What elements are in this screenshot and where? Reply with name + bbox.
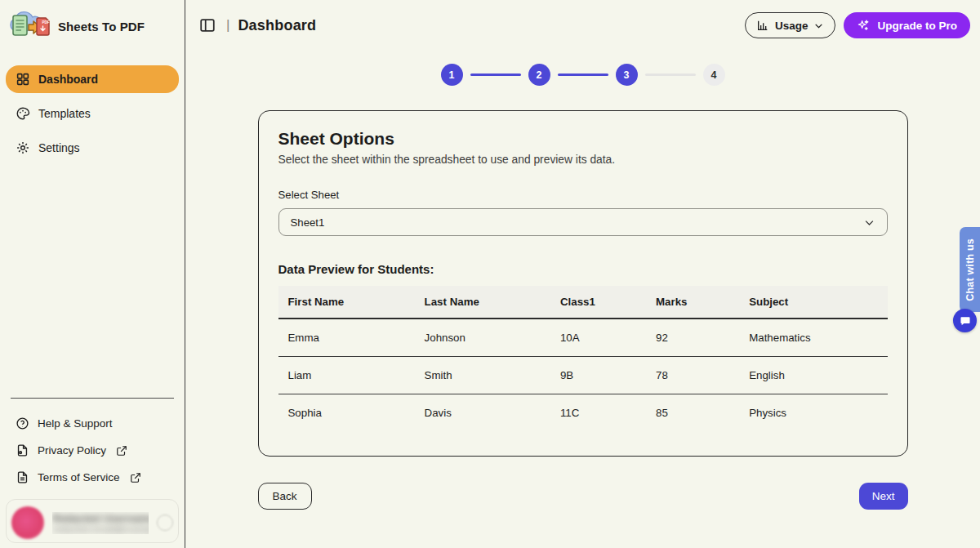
table-row: Sophia Davis 11C 85 Physics <box>278 394 888 432</box>
terms-of-service-label: Terms of Service <box>38 471 120 483</box>
sidebar-item-dashboard[interactable]: Dashboard <box>6 65 179 93</box>
column-header: Subject <box>739 286 887 319</box>
table-cell: 10A <box>550 319 646 357</box>
step-connector <box>645 74 696 77</box>
usage-button[interactable]: Usage <box>745 12 836 38</box>
data-preview-table: First Name Last Name Class1 Marks Subjec… <box>278 286 888 431</box>
sparkles-icon <box>857 19 870 32</box>
sidebar-footer: Help & Support Privacy Policy Terms of S… <box>6 398 179 543</box>
sidebar-item-settings[interactable]: Settings <box>6 134 179 162</box>
table-cell: 9B <box>550 357 646 394</box>
column-header: Marks <box>646 286 739 319</box>
sidebar-item-label: Dashboard <box>38 73 98 86</box>
user-email-blurred: redacted.email@example.com <box>52 524 149 534</box>
main-header: | Dashboard Usage Upgrade to Pro <box>185 0 980 39</box>
shield-doc-icon <box>16 443 29 457</box>
terms-of-service-link[interactable]: Terms of Service <box>6 464 179 491</box>
privacy-policy-link[interactable]: Privacy Policy <box>6 437 179 464</box>
user-profile[interactable]: Redacted Username redacted.email@example… <box>6 499 179 543</box>
upgrade-to-pro-button[interactable]: Upgrade to Pro <box>844 12 970 38</box>
avatar <box>11 506 44 539</box>
grid-icon <box>16 72 30 87</box>
content-column: 1 2 3 4 Sheet Options Select the sheet w… <box>258 39 908 529</box>
step-connector <box>558 74 608 77</box>
chat-bubble-icon <box>960 315 971 327</box>
table-cell: English <box>739 357 887 394</box>
main-area: | Dashboard Usage Upgrade to Pro 1 <box>185 0 980 548</box>
next-button[interactable]: Next <box>859 483 908 510</box>
upgrade-label: Upgrade to Pro <box>877 20 957 32</box>
table-cell: Physics <box>739 394 887 432</box>
app-logo-row[interactable]: PDF Sheets To PDF <box>6 8 179 42</box>
stepper: 1 2 3 4 <box>258 64 908 86</box>
app-logo-icon: PDF <box>9 10 51 42</box>
help-circle-icon <box>16 417 29 430</box>
table-row: Emma Johnson 10A 92 Mathematics <box>278 319 888 357</box>
palette-icon <box>16 106 30 121</box>
sheet-select-value: Sheet1 <box>291 216 325 229</box>
sidebar-item-templates[interactable]: Templates <box>6 100 179 127</box>
sidebar: PDF Sheets To PDF Dashboard Templates Se… <box>0 0 185 548</box>
step-4: 4 <box>703 64 725 86</box>
external-link-icon <box>116 445 127 457</box>
privacy-policy-label: Privacy Policy <box>38 444 106 457</box>
table-cell: Davis <box>415 394 550 432</box>
profile-action-button[interactable] <box>157 515 173 531</box>
table-cell: Sophia <box>278 394 415 432</box>
column-header: Class1 <box>550 286 646 319</box>
step-connector <box>470 74 521 77</box>
external-link-icon <box>130 472 141 483</box>
svg-text:PDF: PDF <box>42 20 50 25</box>
table-cell: 78 <box>646 357 739 394</box>
sidebar-item-label: Templates <box>38 107 91 120</box>
card-subtitle: Select the sheet within the spreadsheet … <box>278 154 888 166</box>
table-cell: 85 <box>646 394 739 432</box>
table-cell: 11C <box>550 394 646 432</box>
sheet-options-card: Sheet Options Select the sheet within th… <box>258 110 908 457</box>
table-cell: Johnson <box>415 319 550 357</box>
column-header: First Name <box>278 286 415 319</box>
table-cell: Mathematics <box>739 319 887 357</box>
gear-icon <box>16 140 30 155</box>
help-support-label: Help & Support <box>38 417 113 430</box>
sidebar-toggle-icon[interactable] <box>198 16 216 34</box>
table-cell: Smith <box>415 357 550 394</box>
chat-bubble-button[interactable] <box>953 309 977 332</box>
chat-tab-label: Chat with us <box>964 238 976 301</box>
bar-chart-icon <box>756 19 769 32</box>
app-title: Sheets To PDF <box>58 20 145 33</box>
sidebar-item-label: Settings <box>38 141 80 154</box>
header-divider: | <box>226 17 229 33</box>
document-icon <box>16 470 29 484</box>
data-preview-heading: Data Preview for Students: <box>278 262 888 276</box>
select-sheet-label: Select Sheet <box>278 189 888 201</box>
table-cell: 92 <box>646 319 739 357</box>
chevron-down-icon <box>813 20 824 31</box>
header-actions: Usage Upgrade to Pro <box>745 12 970 38</box>
chevron-down-icon <box>863 216 875 229</box>
card-title: Sheet Options <box>278 129 888 149</box>
table-cell: Emma <box>278 319 415 357</box>
sidebar-divider <box>11 398 174 399</box>
table-header-row: First Name Last Name Class1 Marks Subjec… <box>278 286 888 319</box>
wizard-actions: Back Next <box>258 483 908 529</box>
user-name-blurred: Redacted Username <box>52 512 149 524</box>
profile-texts: Redacted Username redacted.email@example… <box>52 512 149 534</box>
chat-with-us-tab[interactable]: Chat with us <box>960 227 980 312</box>
step-1: 1 <box>441 64 463 86</box>
page-title: Dashboard <box>238 17 316 34</box>
usage-label: Usage <box>775 20 808 32</box>
back-button[interactable]: Back <box>258 483 312 510</box>
help-support-link[interactable]: Help & Support <box>6 410 179 437</box>
table-row: Liam Smith 9B 78 English <box>278 357 888 394</box>
step-2: 2 <box>528 64 550 86</box>
sidebar-nav: Dashboard Templates Settings <box>6 65 179 162</box>
step-3: 3 <box>616 64 638 86</box>
column-header: Last Name <box>415 286 550 319</box>
table-cell: Liam <box>278 357 415 394</box>
sheet-select[interactable]: Sheet1 <box>278 208 888 236</box>
